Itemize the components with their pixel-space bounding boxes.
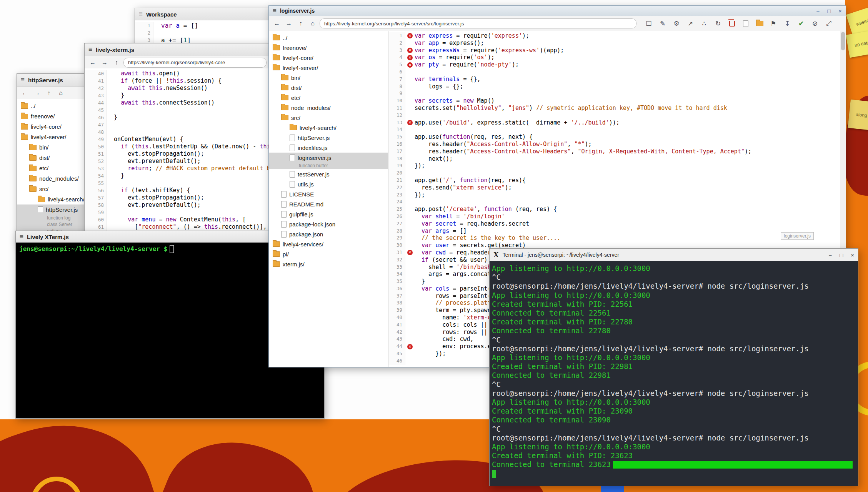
code-text: onContextMenu(evt) { xyxy=(107,136,183,143)
new-file-button[interactable] xyxy=(741,18,751,28)
tree-item[interactable]: xterm.js/ xyxy=(269,259,388,269)
line-number: 59 xyxy=(85,209,107,216)
cancel-button[interactable]: ⊘ xyxy=(810,18,820,28)
terminal-output[interactable]: App listening to http://0.0.0.0:3000^Cro… xyxy=(490,261,858,486)
line-number: 55 xyxy=(85,180,107,187)
terminal-text: ^C xyxy=(492,425,501,434)
back-button[interactable]: ← xyxy=(272,18,282,28)
url-input[interactable] xyxy=(123,58,267,68)
minimize-button[interactable]: − xyxy=(828,252,832,258)
code-text: // the secret is the key to the user.... xyxy=(415,234,560,242)
terminal-line: App listening to http://0.0.0.0:3000 xyxy=(492,353,856,362)
line-number: 26 xyxy=(388,213,405,220)
tree-item[interactable]: lively4-core/ xyxy=(269,53,388,63)
tree-item-label: freenove/ xyxy=(283,45,307,51)
fullscreen-button[interactable]: ⤢ xyxy=(824,18,834,28)
url-input[interactable] xyxy=(320,18,636,28)
tree-item[interactable]: dist/ xyxy=(269,83,388,93)
sync-button[interactable]: ↻ xyxy=(713,18,723,28)
up-button[interactable]: ↑ xyxy=(296,18,306,28)
line-number: 49 xyxy=(85,136,107,143)
loginserver-titlebar[interactable]: ≡ loginserver.js −□× xyxy=(269,6,846,16)
code-editor[interactable]: 40 await this.open()41 if (force || !thi… xyxy=(85,68,270,253)
menu-icon[interactable]: ≡ xyxy=(273,7,277,15)
menu-icon[interactable]: ≡ xyxy=(139,10,143,18)
tree-item[interactable]: indexfiles.js xyxy=(269,143,388,153)
accept-button[interactable]: ✔ xyxy=(796,18,806,28)
forward-button[interactable]: → xyxy=(100,58,110,68)
tree-item[interactable]: testServer.js xyxy=(269,169,388,179)
home-button[interactable]: ⌂ xyxy=(308,18,318,28)
tree-item[interactable]: lively4-server/ xyxy=(269,63,388,73)
back-button[interactable]: ← xyxy=(20,88,30,98)
tree-item[interactable]: gulpfile.js xyxy=(269,209,388,219)
folder-icon xyxy=(273,45,280,50)
gutter xyxy=(405,285,415,293)
tree-item[interactable]: node_modules/ xyxy=(269,103,388,113)
tree-item[interactable]: bin/ xyxy=(269,73,388,83)
maximize-button[interactable]: □ xyxy=(827,8,831,14)
xterm-code-titlebar[interactable]: ≡ lively-xterm.js xyxy=(85,43,270,56)
tree-item[interactable]: loginserver.js xyxy=(269,153,388,163)
close-button[interactable]: × xyxy=(838,8,842,14)
close-button[interactable]: × xyxy=(851,252,854,258)
home-button[interactable]: ⌂ xyxy=(56,88,66,98)
dependencies-button[interactable]: ∴ xyxy=(699,18,709,28)
tree-item[interactable]: src/ xyxy=(269,113,388,123)
menu-icon[interactable]: ≡ xyxy=(20,233,23,241)
tree-item-label: bin/ xyxy=(39,144,48,151)
up-button[interactable]: ↑ xyxy=(44,88,54,98)
menu-icon[interactable]: ≡ xyxy=(21,76,25,84)
tree-item[interactable]: pi/ xyxy=(269,249,388,259)
tree-item[interactable]: package-lock.json xyxy=(269,219,388,229)
tree-item[interactable]: etc/ xyxy=(269,93,388,103)
maximize-button[interactable]: □ xyxy=(840,252,843,258)
code-line: 46 } xyxy=(85,114,270,121)
bookmark-button[interactable]: ⚑ xyxy=(768,18,778,28)
workspace-titlebar[interactable]: ≡ Workspace xyxy=(135,8,270,21)
line-number: 23 xyxy=(388,191,405,199)
scrollbar-thumb[interactable] xyxy=(841,32,845,50)
line-number: 1 xyxy=(135,22,153,29)
forward-button[interactable]: → xyxy=(284,18,294,28)
line-number: 53 xyxy=(85,165,107,172)
open-external-button[interactable]: ↗ xyxy=(685,18,695,28)
line-number: 48 xyxy=(85,128,107,136)
code-text: cwd: cwd, xyxy=(415,336,474,343)
settings-button[interactable]: ⚙ xyxy=(671,18,681,28)
terminal-text: Created terminal with PID: 22981 xyxy=(492,362,633,371)
line-number: 61 xyxy=(85,223,107,231)
code-text: app.get('/', function(req, res){ xyxy=(415,177,526,184)
save-button[interactable]: ↧ xyxy=(782,18,792,28)
line-number: 8 xyxy=(388,83,405,90)
tree-item[interactable]: ../ xyxy=(269,33,388,43)
tree-item[interactable]: lively4-services/ xyxy=(269,239,388,249)
tree-item[interactable]: package.json xyxy=(269,229,388,239)
tree-item[interactable]: lively4-search/ xyxy=(269,123,388,133)
tree-item[interactable]: utils.js xyxy=(269,179,388,189)
menu-icon[interactable]: ≡ xyxy=(88,46,92,53)
gutter xyxy=(405,83,415,90)
forward-button[interactable]: → xyxy=(32,88,42,98)
tree-item-label: package.json xyxy=(289,231,323,238)
new-folder-button[interactable] xyxy=(755,18,765,28)
line-number: 47 xyxy=(85,121,107,128)
tree-item[interactable]: README.md xyxy=(269,199,388,209)
code-line: 17 res.header("Access-Control-Allow-Head… xyxy=(388,148,840,155)
up-button[interactable]: ↑ xyxy=(112,58,122,68)
tree-item[interactable]: freenove/ xyxy=(269,43,388,53)
code-line: 2var app = express(); xyxy=(388,40,840,47)
select-checkbox[interactable]: ☐ xyxy=(644,18,654,28)
delete-button[interactable] xyxy=(727,18,737,28)
terminal-titlebar[interactable]: X Terminal - jens@sensorpi: ~/lively4/li… xyxy=(490,249,858,261)
draw-button[interactable]: ✎ xyxy=(658,18,668,28)
tree-item[interactable]: httpServer.js xyxy=(269,133,388,143)
sticky-note[interactable]: up data xyxy=(846,30,868,58)
line-number: 13 xyxy=(388,119,405,126)
tree-item[interactable]: LICENSE xyxy=(269,189,388,199)
back-button[interactable]: ← xyxy=(88,58,98,68)
code-line: 40 await this.open() xyxy=(85,70,270,77)
sticky-note[interactable]: along xyxy=(848,100,868,130)
minimize-button[interactable]: − xyxy=(816,8,820,14)
tree-item-label: dist/ xyxy=(291,85,302,91)
